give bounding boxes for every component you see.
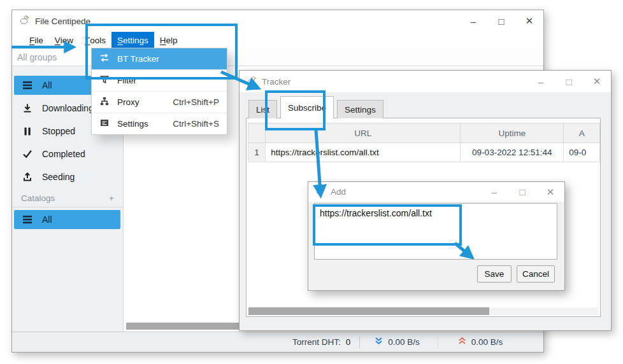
- catalogs-row: Catalogs +: [12, 190, 123, 206]
- app-duck-icon: [316, 186, 326, 198]
- hamburger-icon: [22, 80, 32, 91]
- menu-settings[interactable]: Settings: [111, 32, 154, 48]
- catalogs-label: Catalogs: [21, 193, 55, 203]
- row-uptime: 09-03-2022 12:51:44: [461, 143, 564, 162]
- menu-item-shortcut: Ctrl+Shift+S: [173, 119, 219, 129]
- col-header-uptime[interactable]: Uptime: [461, 123, 564, 143]
- maximize-icon[interactable]: □: [508, 182, 536, 202]
- horizontal-scrollbar-thumb[interactable]: [248, 307, 489, 315]
- upload-icon: [22, 172, 32, 183]
- row-index: 1: [248, 143, 266, 162]
- tracker-window-title: Tracker: [262, 77, 290, 87]
- col-header-extra[interactable]: A: [564, 123, 600, 143]
- menu-item-label: Filter: [117, 76, 136, 85]
- status-bar: Torrent DHT: 0 0.00 B/s 0.00 B/s: [12, 332, 543, 352]
- menu-item-settings[interactable]: Settings Ctrl+Shift+S: [92, 113, 227, 134]
- add-catalog-button[interactable]: +: [109, 193, 114, 203]
- tracker-shuffle-icon: [99, 53, 110, 65]
- tab-settings[interactable]: Settings: [337, 100, 383, 118]
- menu-item-bt-tracker[interactable]: BT Tracker: [92, 48, 227, 69]
- menu-item-label: Proxy: [117, 97, 140, 107]
- menu-view[interactable]: View: [49, 32, 79, 48]
- row-url: https://trackerslist.com/all.txt: [266, 143, 461, 162]
- menu-item-filter[interactable]: Filter: [92, 70, 227, 91]
- dht-label: Torrent DHT:: [292, 337, 341, 347]
- col-header-url[interactable]: URL: [266, 123, 461, 143]
- settings-dropdown-menu: BT Tracker Filter Proxy Ctrl+Shift+P Set…: [91, 48, 227, 135]
- tab-list[interactable]: List: [248, 100, 277, 118]
- sidebar-item-seeding[interactable]: Seeding: [14, 167, 120, 186]
- save-button[interactable]: Save: [477, 265, 512, 283]
- minimize-icon[interactable]: –: [459, 10, 487, 32]
- pause-icon: [22, 126, 32, 137]
- add-url-input[interactable]: https://trackerslist.com/all.txt: [314, 203, 557, 260]
- menu-item-label: Settings: [117, 119, 148, 129]
- filter-funnel-icon: [99, 74, 110, 87]
- maximize-icon[interactable]: □: [555, 71, 583, 92]
- col-header-num[interactable]: [248, 123, 266, 143]
- menu-item-proxy[interactable]: Proxy Ctrl+Shift+P: [92, 92, 227, 113]
- download-icon: [22, 103, 32, 114]
- check-icon: [22, 149, 32, 160]
- menu-bar: File View Tools Settings Help: [12, 32, 543, 48]
- menu-item-shortcut: Ctrl+Shift+P: [173, 97, 219, 107]
- sidebar-catalog-all[interactable]: All: [14, 210, 120, 229]
- add-dialog: Add – □ ✕ https://trackerslist.com/all.t…: [308, 181, 565, 291]
- download-speed: 0.00 B/s: [388, 337, 420, 347]
- sidebar-item-label: Downloading: [42, 103, 94, 113]
- menu-tools[interactable]: Tools: [79, 32, 111, 48]
- hamburger-icon: [22, 214, 32, 225]
- app-duck-icon: [20, 15, 30, 27]
- maximize-icon[interactable]: □: [487, 10, 515, 32]
- table-row[interactable]: 1 https://trackerslist.com/all.txt 09-03…: [248, 143, 600, 162]
- add-dialog-titlebar: Add – □ ✕: [308, 182, 564, 202]
- app-duck-icon: [247, 76, 257, 88]
- tracker-titlebar: Tracker – □ ✕: [240, 71, 611, 92]
- tracker-tab-bar: List Subscribe Settings: [248, 97, 383, 118]
- close-icon[interactable]: ✕: [536, 182, 564, 202]
- sidebar-item-label: All: [42, 80, 52, 90]
- horizontal-scrollbar-track[interactable]: [248, 307, 598, 315]
- settings-list-icon: [99, 118, 110, 130]
- download-chevron-icon: [374, 337, 383, 347]
- close-icon[interactable]: ✕: [515, 10, 543, 32]
- tab-subscribe[interactable]: Subscribe: [280, 96, 334, 118]
- sidebar-divider: [12, 207, 123, 207]
- row-extra: 09-0: [564, 143, 600, 162]
- menu-file[interactable]: File: [24, 32, 49, 48]
- minimize-icon[interactable]: –: [480, 182, 508, 202]
- subscriptions-table: URL Uptime A 1 https://trackerslist.com/…: [248, 123, 600, 162]
- main-titlebar: File Centipede – □ ✕: [12, 10, 543, 32]
- sidebar-item-label: Seeding: [42, 172, 75, 182]
- sidebar-item-label: Stopped: [42, 126, 75, 136]
- status-divider: [438, 337, 438, 348]
- sidebar-item-label: All: [42, 214, 52, 225]
- status-divider: [359, 337, 360, 348]
- table-header-row: URL Uptime A: [248, 123, 600, 143]
- upload-speed: 0.00 B/s: [471, 337, 503, 347]
- main-window-title: File Centipede: [35, 17, 90, 26]
- proxy-network-icon: [99, 96, 110, 108]
- dht-value: 0: [346, 337, 351, 347]
- cancel-button[interactable]: Cancel: [517, 265, 555, 283]
- minimize-icon[interactable]: –: [527, 71, 555, 92]
- sidebar-item-label: Completed: [42, 149, 85, 159]
- sidebar-item-completed[interactable]: Completed: [14, 144, 120, 164]
- add-dialog-title: Add: [331, 187, 346, 197]
- close-icon[interactable]: ✕: [583, 71, 611, 92]
- menu-item-label: BT Tracker: [117, 54, 159, 64]
- menu-help[interactable]: Help: [154, 32, 183, 48]
- desktop: File Centipede – □ ✕ File View Tools Set…: [0, 0, 623, 364]
- groups-bar-label: All groups: [17, 52, 57, 62]
- upload-chevron-icon: [457, 337, 467, 347]
